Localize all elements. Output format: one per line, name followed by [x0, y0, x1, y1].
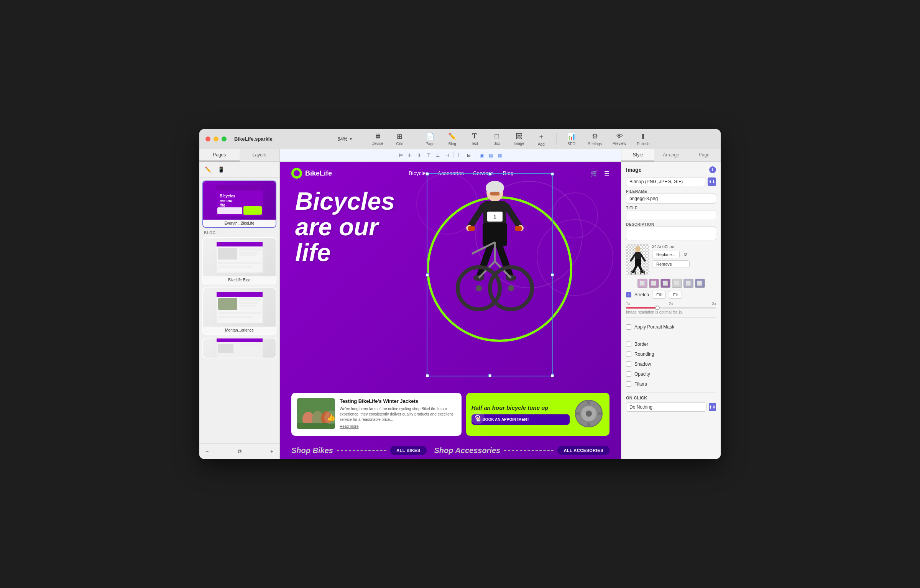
sidebar-tool-pencil[interactable]: ✏️ — [202, 164, 213, 175]
tab-page-settings[interactable]: Page — [688, 149, 721, 161]
svg-rect-11 — [239, 252, 258, 254]
dist-v[interactable]: ⊟ — [465, 151, 473, 159]
blog-section-label: BLOG — [204, 231, 275, 235]
border-checkbox[interactable] — [626, 342, 631, 347]
align-blue2[interactable]: ▤ — [486, 151, 495, 159]
replace-btn[interactable]: Replace... — [652, 251, 680, 258]
align-img-5[interactable]: ⬜ — [683, 279, 693, 288]
toolbar-blog[interactable]: ✏️ Blog — [443, 131, 462, 148]
minimize-button[interactable] — [214, 136, 219, 141]
logo-circle — [291, 168, 302, 179]
svg-rect-67 — [635, 259, 641, 266]
zoom-control[interactable]: 64% ▼ — [334, 135, 356, 143]
align-img-3[interactable]: ⬜ — [660, 279, 670, 288]
toolbar-add[interactable]: ＋ Add — [532, 130, 551, 148]
description-input[interactable] — [626, 227, 716, 240]
sidebar-pages: Bicycles are our life Everyth...BikeLife… — [199, 177, 279, 443]
close-button[interactable] — [205, 136, 210, 141]
thumb-preview — [626, 244, 649, 275]
align-img-1[interactable]: ⬜ — [637, 279, 647, 288]
tab-arrange[interactable]: Arrange — [654, 149, 687, 161]
slider-thumb[interactable] — [655, 305, 660, 310]
replace-refresh-icon[interactable]: ↺ — [681, 250, 690, 259]
book-appointment-btn[interactable]: 📅 BOOK AN APPOINTMENT — [472, 414, 570, 425]
align-bottom[interactable]: ⊣ — [443, 151, 451, 159]
fill-btn[interactable]: Fill — [652, 291, 666, 299]
align-right[interactable]: ⊪ — [415, 151, 424, 159]
align-center-h[interactable]: ⊩ — [406, 151, 414, 159]
filename-input[interactable] — [626, 194, 716, 204]
shadow-checkbox[interactable] — [626, 361, 631, 367]
sidebar-duplicate-btn[interactable]: ⧉ — [235, 447, 244, 456]
page-thumb-blog2[interactable]: Montan...erience — [202, 287, 276, 335]
align-img-4[interactable]: ⬜ — [672, 279, 682, 288]
toolbar-box[interactable]: □ Box — [487, 131, 506, 147]
nav-bicycles[interactable]: Bicycles — [409, 170, 428, 176]
align-img-2[interactable]: ⬜ — [649, 279, 659, 288]
menu-icon[interactable]: ☰ — [604, 170, 610, 177]
traffic-lights — [205, 136, 227, 141]
toolbar-page[interactable]: 📄 Page — [421, 131, 440, 148]
image-type-select[interactable]: Bitmap (PNG, JPEG, GIF) — [626, 177, 705, 186]
filters-checkbox[interactable] — [626, 381, 631, 387]
toolbar-publish[interactable]: ⬆ Publish — [633, 131, 654, 148]
tab-style[interactable]: Style — [621, 149, 654, 161]
canvas-content[interactable]: BikeLife Bicycles Accesories Services Bl… — [280, 162, 621, 459]
svg-rect-6 — [217, 207, 242, 214]
toolbar-preview[interactable]: 👁 Preview — [609, 131, 630, 147]
toolbar-seo[interactable]: 📊 SEO — [562, 131, 581, 148]
titlebar: BikeLife.sparkle 64% ▼ 🖥 Device ⊞ Grid 📄… — [199, 129, 721, 149]
tab-pages[interactable]: Pages — [199, 149, 240, 161]
align-center-v[interactable]: ⊥ — [434, 151, 442, 159]
align-blue1[interactable]: ▣ — [477, 151, 486, 159]
toolbar-image[interactable]: 🖼 Image — [509, 131, 529, 147]
stretch-row: ✓ Stretch Fill Fit — [626, 291, 716, 299]
toolbar-device[interactable]: 🖥 Device — [368, 131, 387, 147]
align-blue3[interactable]: ▥ — [496, 151, 504, 159]
publish-label: Publish — [637, 142, 650, 146]
remove-btn[interactable]: Remove — [652, 260, 690, 268]
sidebar-add-btn[interactable]: + — [267, 447, 276, 456]
blog-icon: ✏️ — [448, 132, 457, 141]
opacity-checkbox[interactable] — [626, 371, 631, 377]
rounding-checkbox[interactable] — [626, 351, 631, 357]
page-thumb-blog3[interactable] — [202, 338, 276, 358]
toolbar-grid[interactable]: ⊞ Grid — [390, 131, 409, 148]
on-click-select[interactable]: Do Nothing — [626, 402, 706, 412]
handle-br[interactable] — [551, 374, 554, 377]
image-type-arrow[interactable]: ⬆⬇ — [708, 177, 716, 186]
maximize-button[interactable] — [222, 136, 227, 141]
align-img-6[interactable]: ⬜ — [695, 279, 705, 288]
slider-track[interactable] — [626, 307, 716, 309]
fit-btn[interactable]: Fit — [669, 291, 682, 299]
handle-bl[interactable] — [426, 374, 429, 377]
align-left[interactable]: ⊨ — [397, 151, 405, 159]
handle-bc[interactable] — [488, 374, 491, 377]
thumb-info: 347x731 px Replace... ↺ Remove — [652, 244, 690, 268]
seo-label: SEO — [567, 142, 575, 146]
on-click-arrow[interactable]: ⬆⬇ — [709, 403, 716, 411]
stretch-checkbox[interactable]: ✓ — [626, 292, 631, 297]
portrait-mask-checkbox[interactable] — [626, 324, 631, 330]
all-accessories-btn[interactable]: ALL ACCESORIES — [557, 446, 610, 455]
title-input[interactable] — [626, 210, 716, 220]
sidebar-tool-monitor[interactable]: 📱 — [215, 164, 226, 175]
card-post-readmore[interactable]: Read more — [340, 424, 358, 429]
portrait-mask-label: Apply Portrait Mask — [634, 324, 674, 330]
all-bikes-btn[interactable]: ALL BIKES — [390, 446, 426, 455]
slider-2x: 2x — [669, 302, 673, 306]
tab-layers[interactable]: Layers — [240, 149, 280, 161]
cart-icon[interactable]: 🛒 — [590, 170, 598, 177]
svg-rect-50 — [515, 226, 522, 231]
sidebar-remove-btn[interactable]: − — [202, 447, 212, 456]
page-thumb-main[interactable]: Bicycles are our life Everyth...BikeLife — [202, 181, 276, 228]
toolbar-text[interactable]: T Text — [465, 131, 484, 147]
svg-rect-13 — [218, 262, 261, 264]
toolbar-settings[interactable]: ⚙ Settings — [584, 131, 606, 148]
dist-h[interactable]: ⊢ — [455, 151, 464, 159]
page-thumb-blog1[interactable]: BikeLife Blog — [202, 237, 276, 284]
svg-rect-17 — [218, 298, 237, 310]
align-top[interactable]: ⊤ — [424, 151, 433, 159]
cyclist-image[interactable]: 1 — [434, 173, 556, 373]
image-info-icon[interactable]: i — [709, 166, 716, 173]
